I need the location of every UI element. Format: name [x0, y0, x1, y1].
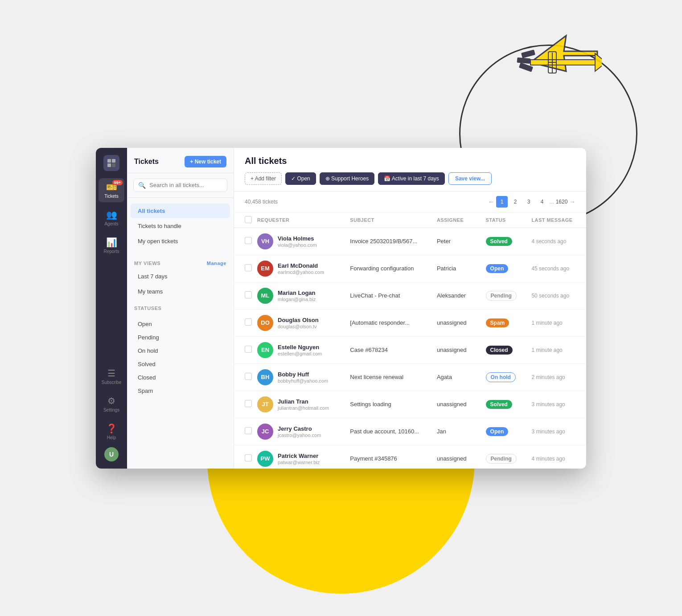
requester-name: Marian Logan [278, 290, 316, 296]
subject-text: LiveChat - Pre-chat [350, 292, 400, 299]
last-message-text: 45 seconds ago [531, 265, 569, 272]
nav-item-help-label: Help [107, 435, 116, 440]
prev-page-button[interactable]: ← [488, 198, 494, 205]
nav-item-settings[interactable]: ⚙ Settings [99, 392, 124, 416]
avatar: VH [257, 233, 273, 249]
last-message-text: 1 minute ago [531, 320, 562, 326]
assignee-text: unassigned [437, 455, 467, 462]
svg-rect-12 [112, 163, 115, 167]
row-checkbox-1[interactable] [245, 264, 252, 271]
requester-cell: JT Julian Tran juliantran@hotmail.com [257, 396, 345, 412]
assignee-text: Peter [437, 238, 451, 245]
avatar: DO [257, 315, 273, 331]
app-window: 99+ 🎫 Tickets 👥 Agents 📊 Reports ☰ Subsc… [96, 148, 586, 469]
status-item-closed[interactable]: Closed [131, 371, 230, 384]
subject-text: Forwarding configuration [350, 265, 414, 272]
filter-date-button[interactable]: 📅 Active in last 7 days [378, 172, 445, 185]
page-last-button[interactable]: 1620 [556, 196, 567, 208]
page-2-button[interactable]: 2 [509, 196, 521, 208]
avatar: EM [257, 261, 273, 277]
nav-item-agents[interactable]: 👥 Agents [99, 206, 124, 230]
sidebar-item-last-7-days[interactable]: Last 7 days [131, 269, 230, 284]
th-checkbox [234, 212, 257, 228]
requester-name: Estelle Nguyen [278, 344, 322, 351]
main-header: All tickets + Add filter ✓ Open ⊕ Suppor… [234, 148, 586, 192]
manage-link[interactable]: Manage [207, 261, 226, 266]
row-checkbox-8[interactable] [245, 454, 252, 461]
row-checkbox-6[interactable] [245, 400, 252, 407]
row-checkbox-2[interactable] [245, 291, 252, 298]
requester-info: Julian Tran juliantran@hotmail.com [278, 398, 329, 411]
avatar: PW [257, 451, 273, 467]
sidebar-title: Tickets [134, 158, 159, 166]
row-checkbox-4[interactable] [245, 346, 252, 353]
select-all-checkbox[interactable] [245, 216, 252, 223]
tickets-badge: 99+ [112, 180, 123, 185]
status-item-open[interactable]: Open [131, 318, 230, 330]
search-icon: 🔍 [138, 182, 146, 189]
sidebar-views: Last 7 days My teams [127, 269, 234, 299]
filter-support-button[interactable]: ⊕ Support Heroes [320, 172, 374, 185]
sidebar-item-all-tickets[interactable]: All tickets [131, 204, 230, 218]
requester-cell: VH Viola Holmes viola@yahoo.com [257, 233, 345, 249]
status-item-solved[interactable]: Solved [131, 358, 230, 371]
requester-name: Julian Tran [278, 398, 329, 405]
status-item-on-hold[interactable]: On hold [131, 344, 230, 357]
row-checkbox-0[interactable] [245, 237, 252, 244]
status-badge: Pending [486, 454, 517, 464]
status-item-pending[interactable]: Pending [131, 331, 230, 344]
tickets-area: 40,458 tickets ← 1 2 3 4 ... 1620 → [234, 192, 586, 469]
assignee-text: Agata [437, 374, 452, 380]
next-page-button[interactable]: → [569, 198, 575, 205]
nav-item-tickets[interactable]: 99+ 🎫 Tickets [99, 178, 124, 202]
th-subject: SUBJECT [350, 212, 437, 228]
nav-item-subscribe-label: Subscribe [102, 380, 121, 385]
page-4-button[interactable]: 4 [536, 196, 548, 208]
table-row: EN Estelle Nguyen estellen@gmail.com Cas… [234, 336, 586, 363]
nav-item-help[interactable]: ❓ Help [99, 420, 124, 444]
nav-logo [103, 155, 119, 171]
row-checkbox-3[interactable] [245, 318, 252, 326]
status-badge: Solved [486, 237, 512, 246]
svg-rect-1 [521, 49, 535, 58]
nav-item-reports[interactable]: 📊 Reports [99, 233, 124, 257]
status-item-spam[interactable]: Spam [131, 384, 230, 397]
row-checkbox-5[interactable] [245, 373, 252, 380]
th-requester: REQUESTER [257, 212, 350, 228]
help-icon: ❓ [106, 423, 117, 434]
requester-email: juliantran@hotmail.com [278, 405, 329, 411]
filter-open-button[interactable]: ✓ Open [285, 172, 316, 185]
subscribe-icon: ☰ [107, 368, 115, 379]
requester-cell: JC Jerry Castro jcastro@yahoo.com [257, 424, 345, 440]
nav-bottom: ☰ Subscribe ⚙ Settings ❓ Help U [99, 364, 124, 461]
avatar: EN [257, 342, 273, 358]
requester-info: Earl McDonald earlmcd@yahoo.com [278, 262, 324, 275]
requester-info: Douglas Olson douglas@olson.tv [278, 317, 319, 329]
table-row: BH Bobby Huff bobbyhuff@yahoo.com Next l… [234, 363, 586, 391]
table-row: EM Earl McDonald earlmcd@yahoo.com Forwa… [234, 255, 586, 282]
my-views-label-section: MY VIEWS Manage [127, 254, 234, 269]
sidebar-item-my-teams[interactable]: My teams [131, 284, 230, 299]
page-3-button[interactable]: 3 [523, 196, 534, 208]
nav-item-subscribe[interactable]: ☰ Subscribe [99, 364, 124, 388]
page-1-button[interactable]: 1 [496, 196, 508, 208]
sidebar-item-tickets-to-handle[interactable]: Tickets to handle [131, 219, 230, 233]
sidebar-item-my-open-tickets[interactable]: My open tickets [131, 234, 230, 249]
agents-icon: 👥 [106, 209, 117, 220]
svg-marker-0 [530, 36, 597, 71]
nav-item-reports-label: Reports [103, 249, 119, 254]
save-view-button[interactable]: Save view... [448, 172, 492, 185]
new-ticket-button[interactable]: + New ticket [185, 156, 226, 167]
requester-email: estellen@gmail.com [278, 351, 322, 356]
last-message-text: 4 seconds ago [531, 238, 566, 245]
requester-info: Jerry Castro jcastro@yahoo.com [278, 425, 321, 438]
sidebar-search-section: 🔍 [127, 173, 234, 198]
pagination: ← 1 2 3 4 ... 1620 → [488, 196, 575, 208]
assignee-text: unassigned [437, 347, 467, 353]
add-filter-button[interactable]: + Add filter [245, 172, 282, 185]
search-input[interactable] [149, 182, 222, 188]
user-avatar[interactable]: U [104, 447, 119, 461]
statuses-label-section: STATUSES [127, 299, 234, 314]
requester-info: Patrick Warner patwar@warner.biz [278, 453, 320, 465]
row-checkbox-7[interactable] [245, 427, 252, 434]
